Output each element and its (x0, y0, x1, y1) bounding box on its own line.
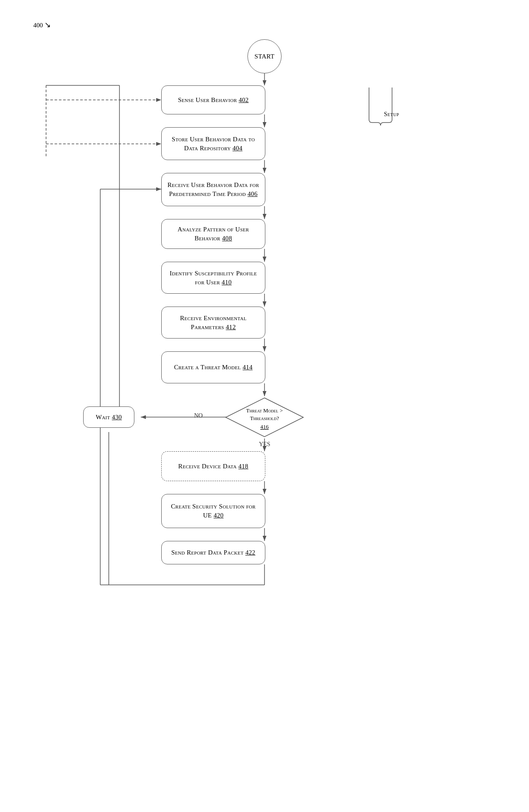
node-404-ref: 404 (233, 145, 242, 152)
node-422-text: Send Report Data Packet 422 (171, 549, 255, 556)
flowchart-diagram: 400 ↘ (0, 0, 529, 812)
svg-text:Threat Model >: Threat Model > (246, 407, 283, 414)
node-430-text: Wait 430 (96, 414, 122, 421)
start-label: START (255, 53, 275, 60)
node-418-ref: 418 (238, 463, 248, 470)
node-404-text: Store User Behavior Data toData Reposito… (172, 135, 255, 153)
figure-label: 400 ↘ (33, 20, 51, 29)
yes-label: YES (259, 441, 270, 448)
node-412-ref: 412 (226, 324, 235, 330)
svg-text:Threashold?: Threashold? (250, 415, 279, 421)
node-410-ref: 410 (222, 279, 232, 286)
node-402-ref: 402 (238, 96, 248, 103)
node-420: Create Security Solution forUE 420 (161, 494, 265, 528)
node-408: Analyze Pattern of UserBehavior 408 (161, 219, 265, 249)
setup-label: Setup (384, 111, 399, 118)
node-408-ref: 408 (222, 235, 232, 242)
node-406-ref: 406 (247, 190, 257, 197)
node-410: Identify Susceptibility Profilefor User … (161, 262, 265, 294)
node-414-text: Create a Threat Model 414 (174, 363, 253, 372)
svg-text:416: 416 (260, 424, 269, 430)
node-416: Threat Model > Threashold? 416 (224, 396, 305, 438)
node-420-ref: 420 (214, 512, 224, 519)
node-412: Receive EnvironmentalParameters 412 (161, 307, 265, 339)
node-412-text: Receive EnvironmentalParameters 412 (180, 314, 247, 332)
node-420-text: Create Security Solution forUE 420 (171, 502, 256, 520)
node-418: Receive Device Data 418 (161, 451, 265, 481)
node-422-ref: 422 (245, 549, 255, 556)
setup-brace-svg (365, 85, 399, 160)
node-406-text: Receive User Behavior Data forPredetermi… (168, 181, 259, 199)
figure-arrow: ↘ (44, 20, 51, 29)
diamond-svg: Threat Model > Threashold? 416 (224, 396, 305, 438)
node-430: Wait 430 (83, 406, 134, 428)
node-404: Store User Behavior Data toData Reposito… (161, 127, 265, 160)
node-414-ref: 414 (243, 364, 253, 371)
no-label: NO (194, 412, 203, 419)
node-414: Create a Threat Model 414 (161, 351, 265, 383)
node-408-text: Analyze Pattern of UserBehavior 408 (177, 225, 249, 243)
node-406: Receive User Behavior Data forPredetermi… (161, 173, 265, 206)
start-node: START (247, 39, 282, 73)
node-430-ref: 430 (112, 414, 122, 421)
node-418-text: Receive Device Data 418 (178, 463, 248, 470)
node-402: Sense User Behavior 402 (161, 85, 265, 114)
node-402-text: Sense User Behavior 402 (178, 96, 249, 104)
node-422: Send Report Data Packet 422 (161, 541, 265, 564)
figure-id-text: 400 (33, 22, 43, 29)
node-410-text: Identify Susceptibility Profilefor User … (170, 269, 257, 287)
